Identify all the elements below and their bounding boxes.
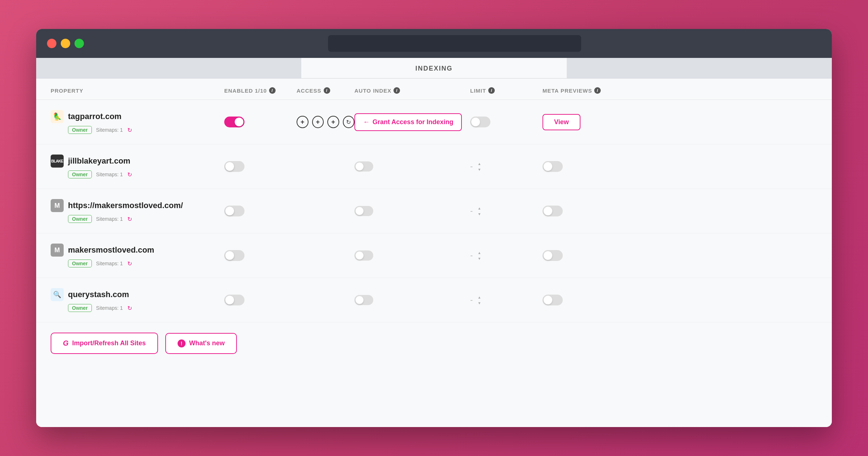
refresh-icon-tagparrot[interactable]: ↻ [127, 127, 132, 134]
meta-toggle-tagparrot[interactable] [470, 117, 490, 127]
whats-new-button[interactable]: ! What's new [165, 333, 237, 354]
property-info-querystash: 🔍 querystash.com Owner Sitemaps: 1 ↻ [51, 288, 224, 312]
property-header-makers: M makersmostloved.com [51, 244, 224, 257]
tab-left-inactive[interactable] [36, 58, 301, 78]
meta-toggle-makers-url[interactable] [542, 206, 563, 216]
toggle-jill[interactable] [224, 161, 244, 172]
th-limit: LIMIT i [470, 87, 542, 94]
owner-badge-makers-url: Owner [68, 215, 92, 223]
limit-cell-makers: - ▲ ▼ [470, 250, 542, 261]
site-meta-querystash: Owner Sitemaps: 1 ↻ [51, 304, 224, 312]
toggle-tagparrot[interactable] [224, 117, 244, 127]
import-refresh-button[interactable]: G Import/Refresh All Sites [51, 333, 158, 354]
limit-dash-querystash: - [470, 295, 473, 305]
tab-indexing[interactable]: INDEXING [301, 58, 566, 78]
property-header-querystash: 🔍 querystash.com [51, 288, 224, 301]
maximize-button[interactable] [75, 39, 84, 48]
refresh-icon-jill[interactable]: ↻ [127, 171, 132, 178]
access-add-btn-1[interactable]: + [297, 116, 309, 128]
auto-index-cell-makers-url [354, 206, 470, 216]
whats-new-icon: ! [178, 339, 186, 347]
limit-spinners-jill: ▲ ▼ [476, 161, 483, 172]
limit-up-makers[interactable]: ▲ [476, 250, 483, 255]
bottom-bar: G Import/Refresh All Sites ! What's new [36, 322, 832, 364]
browser-titlebar [36, 29, 832, 58]
enabled-toggle-tagparrot[interactable] [224, 117, 297, 127]
table-row: M makersmostloved.com Owner Sitemaps: 1 … [36, 233, 832, 278]
table-row: 🔍 querystash.com Owner Sitemaps: 1 ↻ [36, 278, 832, 322]
toggle-makers[interactable] [224, 250, 244, 261]
auto-index-cell-jill [354, 161, 470, 172]
limit-dash-makers-url: - [470, 206, 473, 216]
close-button[interactable] [47, 39, 56, 48]
limit-down-jill[interactable]: ▼ [476, 167, 483, 172]
access-refresh-btn[interactable]: ↻ [343, 116, 355, 128]
meta-toggle-makers[interactable] [542, 250, 563, 261]
refresh-icon-makers-url[interactable]: ↻ [127, 216, 132, 223]
sitemap-count-tagparrot: Sitemaps: 1 [96, 127, 123, 133]
view-button-tagparrot[interactable]: View [542, 114, 580, 130]
limit-up-querystash[interactable]: ▲ [476, 295, 483, 300]
enabled-toggle-querystash[interactable] [224, 295, 297, 305]
tab-right-inactive[interactable] [567, 58, 832, 78]
sitemap-count-jill: Sitemaps: 1 [96, 172, 123, 177]
access-icons-tagparrot: + + + ↻ [297, 116, 354, 128]
meta-toggle-jill[interactable] [542, 161, 563, 172]
url-bar[interactable] [328, 35, 581, 52]
property-info-jill: BLAKE jillblakeyart.com Owner Sitemaps: … [51, 155, 224, 178]
th-auto-index: AUTO INDEX i [354, 87, 470, 94]
auto-toggle-querystash[interactable] [354, 295, 373, 305]
site-meta-makers-url: Owner Sitemaps: 1 ↻ [51, 215, 224, 223]
meta-toggle-cell-tagparrot [470, 117, 542, 127]
refresh-icon-makers[interactable]: ↻ [127, 260, 132, 267]
enabled-toggle-makers-url[interactable] [224, 206, 297, 216]
limit-dash-jill: - [470, 162, 473, 171]
sitemap-count-makers: Sitemaps: 1 [96, 261, 123, 266]
th-property: PROPERTY [51, 87, 224, 94]
limit-down-makers[interactable]: ▼ [476, 256, 483, 261]
auto-toggle-makers[interactable] [354, 250, 373, 261]
google-logo-icon: G [63, 339, 69, 347]
import-refresh-label: Import/Refresh All Sites [72, 339, 146, 347]
minimize-button[interactable] [61, 39, 70, 48]
site-name-makers-url: https://makersmostloved.com/ [68, 201, 183, 210]
meta-toggle-cell-makers [542, 250, 622, 261]
owner-badge-querystash: Owner [68, 304, 92, 312]
enabled-info-icon: i [269, 87, 276, 94]
auto-toggle-jill[interactable] [354, 161, 373, 172]
meta-toggle-cell-jill [542, 161, 622, 172]
toggle-makers-url[interactable] [224, 206, 244, 216]
refresh-icon-querystash[interactable]: ↻ [127, 305, 132, 312]
limit-up-makers-url[interactable]: ▲ [476, 206, 483, 211]
meta-toggle-querystash[interactable] [542, 295, 563, 305]
site-name-querystash: querystash.com [68, 290, 129, 299]
toggle-querystash[interactable] [224, 295, 244, 305]
browser-content: INDEXING PROPERTY ENABLED 1/10 i ACCESS … [36, 58, 832, 427]
limit-up-jill[interactable]: ▲ [476, 161, 483, 166]
limit-info-icon: i [488, 87, 495, 94]
grant-access-label: Grant Access for Indexing [373, 118, 453, 126]
table-row: BLAKE jillblakeyart.com Owner Sitemaps: … [36, 144, 832, 189]
grant-access-button[interactable]: ← Grant Access for Indexing [354, 113, 462, 131]
auto-index-cell-makers [354, 250, 470, 261]
owner-badge-jill: Owner [68, 170, 92, 178]
access-add-btn-2[interactable]: + [312, 116, 324, 128]
property-header-jill: BLAKE jillblakeyart.com [51, 155, 224, 168]
auto-toggle-makers-url[interactable] [354, 206, 373, 216]
enabled-toggle-makers[interactable] [224, 250, 297, 261]
table-header: PROPERTY ENABLED 1/10 i ACCESS i AUTO IN… [36, 79, 832, 100]
enabled-toggle-jill[interactable] [224, 161, 297, 172]
browser-window: INDEXING PROPERTY ENABLED 1/10 i ACCESS … [36, 29, 832, 427]
limit-down-querystash[interactable]: ▼ [476, 300, 483, 305]
site-name-tagparrot: tagparrot.com [68, 112, 122, 121]
site-meta-makers: Owner Sitemaps: 1 ↻ [51, 259, 224, 267]
main-content: PROPERTY ENABLED 1/10 i ACCESS i AUTO IN… [36, 79, 832, 427]
table-row: M https://makersmostloved.com/ Owner Sit… [36, 189, 832, 233]
th-enabled: ENABLED 1/10 i [224, 87, 297, 94]
limit-down-makers-url[interactable]: ▼ [476, 211, 483, 216]
view-btn-cell-tagparrot: View [542, 114, 622, 130]
access-add-btn-3[interactable]: + [327, 116, 339, 128]
site-meta-tagparrot: Owner Sitemaps: 1 ↻ [51, 126, 224, 134]
limit-spinners-makers: ▲ ▼ [476, 250, 483, 261]
grant-access-arrow: ← [363, 118, 370, 126]
